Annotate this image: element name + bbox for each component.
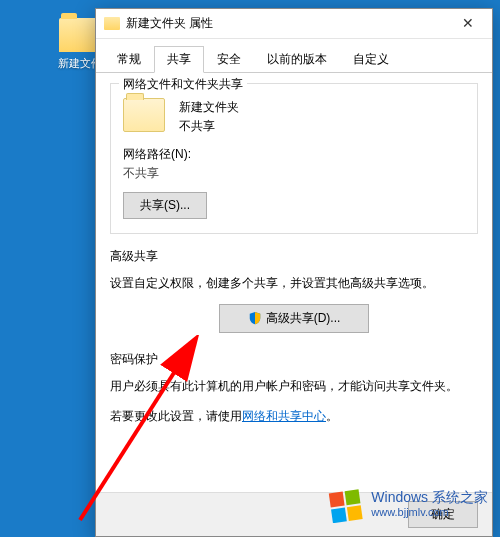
close-button[interactable]: ✕: [448, 10, 488, 38]
group-title: 网络文件和文件夹共享: [119, 76, 247, 93]
watermark-title: Windows 系统之家: [371, 489, 488, 506]
properties-dialog: 新建文件夹 属性 ✕ 常规 共享 安全 以前的版本 自定义 网络文件和文件夹共享…: [95, 8, 493, 537]
tab-custom[interactable]: 自定义: [340, 46, 402, 73]
svg-rect-3: [345, 489, 361, 505]
windows-logo-icon: [327, 485, 365, 523]
tab-share[interactable]: 共享: [154, 46, 204, 73]
advanced-share-heading: 高级共享: [110, 248, 478, 265]
advanced-share-button-label: 高级共享(D)...: [266, 310, 341, 327]
password-protect-heading: 密码保护: [110, 351, 478, 368]
dialog-title: 新建文件夹 属性: [126, 15, 448, 32]
tab-general[interactable]: 常规: [104, 46, 154, 73]
network-path-label: 网络路径(N):: [123, 146, 465, 163]
titlebar[interactable]: 新建文件夹 属性 ✕: [96, 9, 492, 39]
svg-rect-5: [347, 505, 363, 521]
password-change-text: 若要更改此设置，请使用网络和共享中心。: [110, 406, 478, 426]
tab-strip: 常规 共享 安全 以前的版本 自定义: [96, 39, 492, 73]
password-protect-description: 用户必须具有此计算机的用户帐户和密码，才能访问共享文件夹。: [110, 376, 478, 396]
svg-rect-2: [329, 492, 345, 508]
watermark-url: www.bjjmlv.com: [371, 506, 488, 519]
tab-security[interactable]: 安全: [204, 46, 254, 73]
shield-icon: [248, 311, 262, 325]
network-path-value: 不共享: [123, 165, 465, 182]
share-panel: 网络文件和文件夹共享 新建文件夹 不共享 网络路径(N): 不共享 共享(S).…: [96, 73, 492, 497]
folder-icon: [104, 17, 120, 30]
tab-previous-versions[interactable]: 以前的版本: [254, 46, 340, 73]
folder-name: 新建文件夹: [179, 98, 239, 117]
share-status: 不共享: [179, 117, 239, 136]
advanced-share-description: 设置自定义权限，创建多个共享，并设置其他高级共享选项。: [110, 273, 478, 293]
folder-icon: [123, 98, 165, 132]
svg-rect-4: [331, 507, 347, 523]
network-sharing-center-link[interactable]: 网络和共享中心: [242, 409, 326, 423]
watermark: Windows 系统之家 www.bjjmlv.com: [327, 485, 488, 523]
advanced-share-button[interactable]: 高级共享(D)...: [219, 304, 370, 333]
share-button[interactable]: 共享(S)...: [123, 192, 207, 219]
network-share-group: 网络文件和文件夹共享 新建文件夹 不共享 网络路径(N): 不共享 共享(S).…: [110, 83, 478, 234]
